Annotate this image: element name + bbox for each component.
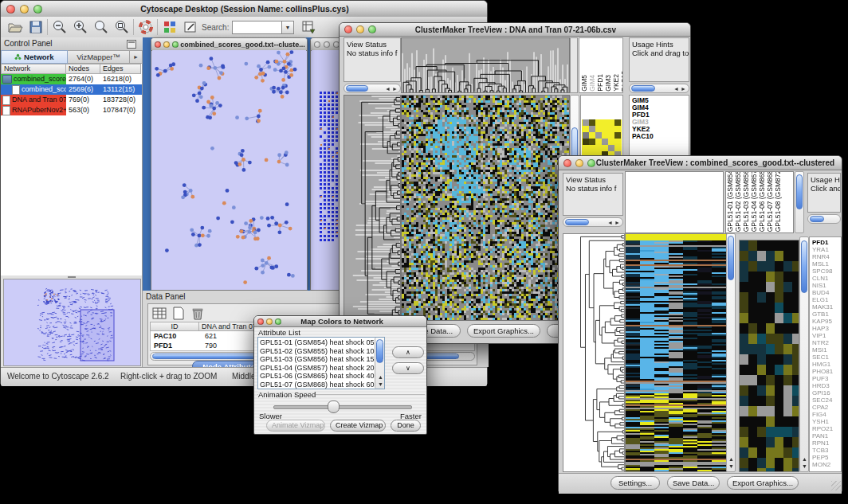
gene-label[interactable]: PUF3 xyxy=(812,375,841,382)
gene-label[interactable]: MSL1 xyxy=(812,260,841,268)
close-button[interactable] xyxy=(257,318,264,325)
gene-label[interactable]: ELG1 xyxy=(812,296,841,303)
usage-hints-hscrollbar[interactable] xyxy=(807,214,841,224)
attribute-list-item[interactable]: GPL51-06 (GSM865) heat shock 40 min xyxy=(260,372,383,381)
vizmapper-icon[interactable] xyxy=(162,19,178,35)
minimize-button[interactable] xyxy=(356,25,364,33)
scroll-left-icon[interactable]: ◄ xyxy=(385,86,391,92)
column-label[interactable]: GIM3 xyxy=(605,75,612,92)
attribute-browser-icon[interactable] xyxy=(300,19,316,35)
zoom-in-icon[interactable] xyxy=(73,19,88,35)
attribute-list-item[interactable]: GPL51-01 (GSM854) heat shock 05 min xyxy=(260,338,383,347)
gene-label[interactable]: HAP3 xyxy=(812,325,841,332)
minimize-button[interactable] xyxy=(20,5,29,14)
column-label[interactable]: GPL51-02 (GSM855) xyxy=(735,171,742,232)
move-up-button[interactable]: ∧ xyxy=(392,346,424,358)
dendrogram-scroll-strip[interactable] xyxy=(570,37,578,93)
zoom-button[interactable] xyxy=(33,5,42,14)
minimize-button[interactable] xyxy=(266,318,273,325)
scrollbar-thumb[interactable] xyxy=(728,236,734,280)
scroll-up-icon[interactable]: ▲ xyxy=(802,456,807,462)
minimize-button[interactable] xyxy=(163,41,170,48)
column-label[interactable]: PFD1 xyxy=(597,74,604,92)
zoom-fit-icon[interactable] xyxy=(93,19,109,35)
scrollbar-thumb[interactable] xyxy=(631,85,655,92)
search-dropdown-button[interactable]: ▼ xyxy=(281,21,294,34)
speed-slider-thumb[interactable] xyxy=(328,400,340,413)
gene-label[interactable]: HRD3 xyxy=(812,382,841,389)
id-column-header[interactable]: ID xyxy=(150,322,199,331)
scrollbar-thumb[interactable] xyxy=(796,174,803,209)
scroll-left-icon[interactable]: ◄ xyxy=(607,220,613,225)
heatmap-canvas[interactable] xyxy=(625,233,727,472)
gene-label[interactable]: KAP95 xyxy=(812,318,841,325)
gene-label[interactable]: SEC1 xyxy=(812,354,841,361)
save-icon[interactable] xyxy=(28,19,44,35)
move-down-button[interactable]: ∨ xyxy=(392,362,424,374)
zoom-button[interactable] xyxy=(172,41,179,48)
zoomed-heatmap-canvas[interactable] xyxy=(739,240,799,472)
column-label[interactable]: GPL51-04 (GSM857) xyxy=(751,171,758,232)
scroll-left-icon[interactable]: ◄ xyxy=(673,86,679,92)
gene-label[interactable]: PEP5 xyxy=(812,454,841,461)
gene-label[interactable]: MON2 xyxy=(812,461,841,468)
gene-label[interactable]: FIG4 xyxy=(812,411,841,418)
column-dendrogram-area[interactable] xyxy=(625,171,724,233)
scroll-down-icon[interactable]: ▼ xyxy=(728,463,734,469)
help-ring-icon[interactable] xyxy=(138,19,154,35)
gene-label[interactable]: MAK31 xyxy=(812,303,841,311)
row-dendrogram-canvas[interactable] xyxy=(563,233,625,472)
row-dendrogram-canvas[interactable] xyxy=(344,95,401,321)
attribute-list-item[interactable]: GPL51-03 (GSM856) heat shock 15 min xyxy=(260,355,383,364)
network-overview-canvas[interactable] xyxy=(3,279,141,366)
network-table-row[interactable]: combined_scores2764(0)16218(0) xyxy=(1,74,142,84)
gene-label[interactable]: RPN1 xyxy=(812,440,841,447)
network-canvas[interactable] xyxy=(152,50,306,289)
create-vizmap-button[interactable]: Create Vizmap xyxy=(330,420,386,432)
attribute-table-icon[interactable] xyxy=(151,307,167,320)
main-title-bar[interactable]: Cytoscape Desktop (Session Name: collins… xyxy=(1,1,487,18)
gene-label[interactable]: SPC98 xyxy=(812,268,841,275)
dialog-title-bar[interactable]: Map Colors to Network xyxy=(254,316,426,327)
save-data-button[interactable]: Save Data... xyxy=(667,476,720,490)
close-button[interactable] xyxy=(6,5,15,14)
splitter-handle[interactable] xyxy=(68,276,76,278)
col-header-edges[interactable]: Edges xyxy=(100,64,141,74)
scroll-down-icon[interactable]: ▼ xyxy=(378,381,383,387)
heatmap-canvas[interactable] xyxy=(401,95,570,321)
export-graphics-button[interactable]: Export Graphics... xyxy=(467,324,540,338)
gene-label[interactable]: RPO21 xyxy=(812,425,841,432)
view-status-hscrollbar[interactable]: ◄ ► xyxy=(344,84,401,93)
usage-hints-hscrollbar[interactable]: ◄ ► xyxy=(629,84,689,93)
gene-label[interactable]: NIS1 xyxy=(812,282,841,289)
gene-label[interactable]: VIP1 xyxy=(812,332,841,339)
float-panel-icon[interactable] xyxy=(127,40,136,49)
animate-vizmap-button[interactable]: Animate Vizmap xyxy=(266,420,325,432)
column-label[interactable]: GPL51-01 (GSM854) xyxy=(727,171,734,232)
resize-grip[interactable] xyxy=(831,481,841,490)
search-input[interactable] xyxy=(232,21,283,34)
network-frame-title-bar[interactable]: combined_scores_good.txt--cluste... xyxy=(151,38,307,51)
new-attribute-icon[interactable] xyxy=(171,307,186,320)
gene-label[interactable]: YSH1 xyxy=(812,418,841,425)
tab-network[interactable]: Network xyxy=(1,50,68,64)
scroll-up-icon[interactable]: ▲ xyxy=(378,374,383,380)
gene-label[interactable]: HMG1 xyxy=(812,361,841,368)
attribute-list-item[interactable]: GPL51-04 (GSM857) heat shock 20 min xyxy=(260,364,383,373)
attribute-list-vscrollbar[interactable]: ▲ ▼ xyxy=(375,338,384,389)
column-label[interactable]: GPL51-06 (GSM865) xyxy=(759,171,766,232)
scrollbar-thumb[interactable] xyxy=(376,339,383,363)
attribute-list-item[interactable]: GPL51-02 (GSM855) heat shock 10 min xyxy=(260,347,383,356)
attribute-list-item[interactable]: GPL51-07 (GSM868) heat shock 60 min xyxy=(260,381,383,389)
settings-button[interactable]: Settings... xyxy=(610,476,660,490)
row-label[interactable]: PAC10 xyxy=(632,133,686,140)
close-button[interactable] xyxy=(563,159,571,167)
similarity-heatmap-canvas[interactable] xyxy=(582,119,622,158)
gene-label[interactable]: TCB3 xyxy=(812,447,841,454)
col-header-nodes[interactable]: Nodes xyxy=(66,64,100,74)
speed-slider-track[interactable] xyxy=(273,405,412,409)
gene-label[interactable]: CLN1 xyxy=(812,275,841,282)
gene-label[interactable]: NTR2 xyxy=(812,339,841,346)
gene-list-vscrollbar[interactable]: ▲ ▼ xyxy=(799,236,809,472)
scrollbar-thumb[interactable] xyxy=(346,85,368,92)
